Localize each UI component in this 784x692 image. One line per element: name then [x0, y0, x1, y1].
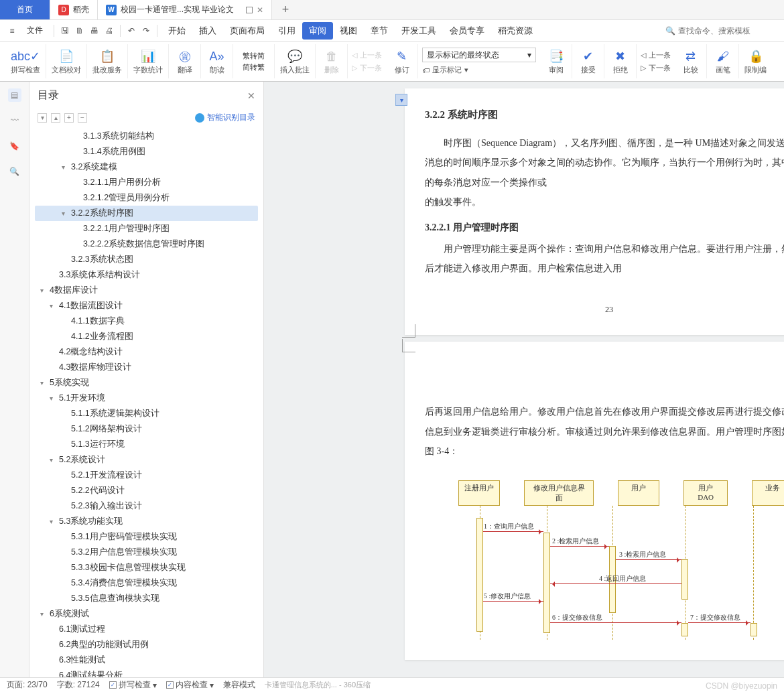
- ribbon-reject[interactable]: ✖拒绝: [604, 44, 637, 78]
- status-wordcount[interactable]: 字数: 27124: [57, 679, 100, 691]
- toc-item[interactable]: ▸5.3.5信息查询模块实现: [35, 591, 258, 606]
- ribbon-docproof[interactable]: 📄文档校对: [46, 44, 87, 78]
- outline-icon[interactable]: ▤: [8, 88, 21, 102]
- toc-item[interactable]: ▸4.1.1数据字典: [35, 314, 258, 329]
- toc-item[interactable]: ▸6.2典型的功能测试用例: [35, 637, 258, 652]
- ribbon-spellcheck[interactable]: abc✓拼写检查: [5, 44, 46, 78]
- toc-item[interactable]: ▸4.2概念结构设计: [35, 344, 258, 360]
- bookmark-icon[interactable]: 🔖: [8, 139, 21, 153]
- ribbon-translate[interactable]: ㊮翻译: [169, 44, 201, 78]
- caret-icon[interactable]: ▾: [62, 163, 71, 171]
- caret-icon[interactable]: ▾: [62, 210, 71, 217]
- caret-icon[interactable]: ▾: [50, 395, 59, 402]
- expand-icon[interactable]: +: [64, 113, 74, 123]
- menu-tab-6[interactable]: 章节: [364, 22, 395, 40]
- toc-item[interactable]: ▸3.2.2.2系统数据信息管理时序图: [35, 236, 258, 252]
- trad-to-simp[interactable]: 繁转简: [243, 51, 265, 61]
- status-page[interactable]: 页面: 23/70: [7, 679, 48, 691]
- search-box[interactable]: 🔍: [665, 26, 779, 36]
- hamburger-icon[interactable]: ≡: [5, 24, 19, 38]
- ribbon-accept[interactable]: ✔接受: [572, 44, 604, 78]
- redo-icon[interactable]: ↷: [139, 24, 153, 38]
- caret-icon[interactable]: ▾: [50, 302, 59, 309]
- markup-combo[interactable]: 显示标记的最终状态▾: [422, 48, 536, 62]
- toc-item[interactable]: ▾4.1数据流图设计: [35, 298, 258, 314]
- find-icon[interactable]: 🔍: [8, 165, 21, 178]
- save-as-icon[interactable]: 🗎: [73, 24, 86, 38]
- toc-item[interactable]: ▸5.2.2代码设计: [35, 483, 258, 498]
- collapse-icon[interactable]: −: [78, 113, 87, 123]
- document-view[interactable]: ▾ 3.2.2 系统时序图 时序图（Sequence Diagram），又名序列…: [264, 82, 784, 677]
- toc-item[interactable]: ▾5.2系统设计: [35, 452, 258, 468]
- toc-item[interactable]: ▾5系统实现: [35, 375, 258, 391]
- tab-new[interactable]: +: [272, 0, 299, 19]
- toc-item[interactable]: ▸3.2.1.1用户用例分析: [35, 175, 258, 190]
- toc-item[interactable]: ▸3.2.2.1用户管理时序图: [35, 221, 258, 236]
- page-marker-icon[interactable]: ▾: [395, 94, 407, 106]
- nav-icon[interactable]: 〰: [8, 114, 21, 127]
- toc-item[interactable]: ▸3.3系统体系结构设计: [35, 267, 258, 283]
- toc-item[interactable]: ▸3.1.4系统用例图: [35, 144, 258, 159]
- toc-item[interactable]: ▸3.2.1.2管理员用例分析: [35, 190, 258, 206]
- ribbon-review[interactable]: 📑审阅: [540, 44, 572, 78]
- toc-item[interactable]: ▾4数据库设计: [35, 283, 258, 298]
- menu-tab-3[interactable]: 引用: [271, 22, 302, 40]
- toc-item[interactable]: ▾3.2系统建模: [35, 159, 258, 175]
- toc-item[interactable]: ▸5.3.1用户密码管理模块实现: [35, 529, 258, 545]
- ribbon-correction[interactable]: 📋批改服务: [87, 44, 128, 78]
- toc-item[interactable]: ▸5.1.2网络架构设计: [35, 421, 258, 437]
- menu-tab-4[interactable]: 审阅: [302, 22, 333, 40]
- toc-item[interactable]: ▸5.1.1系统逻辑架构设计: [35, 406, 258, 421]
- close-icon[interactable]: ✕: [247, 90, 255, 101]
- caret-icon[interactable]: ▾: [50, 518, 59, 525]
- toc-item[interactable]: ▸4.1.2业务流程图: [35, 329, 258, 344]
- window-restore-icon[interactable]: [246, 7, 253, 13]
- menu-tab-9[interactable]: 稻壳资源: [491, 22, 539, 40]
- ribbon-wordcount[interactable]: 📊字数统计: [128, 44, 169, 78]
- smart-outline[interactable]: 智能识别目录: [195, 112, 255, 123]
- simp-to-trad[interactable]: 简转繁: [243, 62, 265, 72]
- menu-tab-7[interactable]: 开发工具: [395, 22, 443, 40]
- menu-tab-0[interactable]: 开始: [161, 22, 192, 40]
- toc-item[interactable]: ▸6.3性能测试: [35, 652, 258, 668]
- next-change[interactable]: ▷下一条: [641, 63, 671, 73]
- level-down-icon[interactable]: ▾: [38, 113, 47, 123]
- ribbon-track[interactable]: ✎修订: [386, 44, 418, 78]
- level-up-icon[interactable]: ▴: [51, 113, 60, 123]
- caret-icon[interactable]: ▾: [40, 287, 50, 294]
- toc-item[interactable]: ▾6系统测试: [35, 606, 258, 622]
- toc-item[interactable]: ▸6.1测试过程: [35, 622, 258, 637]
- save-icon[interactable]: 🖫: [58, 24, 72, 38]
- tab-rke[interactable]: D 稻壳: [50, 0, 98, 19]
- toc-item[interactable]: ▾5.3系统功能实现: [35, 514, 258, 529]
- menu-file[interactable]: 文件: [20, 22, 50, 39]
- print-icon[interactable]: 🖶: [88, 24, 101, 38]
- menu-tab-2[interactable]: 页面布局: [223, 22, 271, 40]
- print-preview-icon[interactable]: 🖨: [103, 24, 116, 38]
- tab-document[interactable]: W 校园一卡通管理...实现 毕业论文 ✕: [98, 0, 272, 19]
- status-contentcheck[interactable]: ✓内容检查▾: [166, 679, 214, 691]
- toc-item[interactable]: ▸5.3.4消费信息管理模块实现: [35, 575, 258, 591]
- toc-item[interactable]: ▸3.1.3系统切能结构: [35, 129, 258, 144]
- toc-item[interactable]: ▸5.2.3输入输出设计: [35, 498, 258, 514]
- toc-item[interactable]: ▸6.4测试结果分析: [35, 668, 258, 677]
- caret-icon[interactable]: ▾: [50, 456, 59, 464]
- menu-tab-8[interactable]: 会员专享: [443, 22, 491, 40]
- ribbon-brush[interactable]: 🖌画笔: [707, 44, 739, 78]
- toc-item[interactable]: ▾5.1开发环境: [35, 391, 258, 406]
- tab-home[interactable]: 首页: [0, 0, 50, 19]
- menu-tab-1[interactable]: 插入: [192, 22, 223, 40]
- show-marks[interactable]: 🏷显示标记▾: [422, 65, 536, 75]
- outline-body[interactable]: ▸3.1.3系统切能结构▸3.1.4系统用例图▾3.2系统建模▸3.2.1.1用…: [29, 129, 263, 677]
- ribbon-readaloud[interactable]: A»朗读: [201, 44, 233, 78]
- caret-icon[interactable]: ▾: [40, 379, 50, 387]
- toc-item[interactable]: ▸5.1.3运行环境: [35, 437, 258, 452]
- toc-item[interactable]: ▸5.3.3校园卡信息管理模块实现: [35, 560, 258, 575]
- ribbon-simptrad[interactable]: 繁转简简转繁: [233, 44, 275, 78]
- ribbon-restrict[interactable]: 🔒限制编: [739, 44, 772, 78]
- undo-icon[interactable]: ↶: [125, 24, 138, 38]
- toc-item[interactable]: ▸5.3.2用户信息管理模块实现: [35, 545, 258, 560]
- status-compat[interactable]: 兼容模式: [223, 679, 255, 691]
- caret-icon[interactable]: ▾: [40, 610, 50, 618]
- prev-change[interactable]: ◁上一条: [641, 50, 671, 60]
